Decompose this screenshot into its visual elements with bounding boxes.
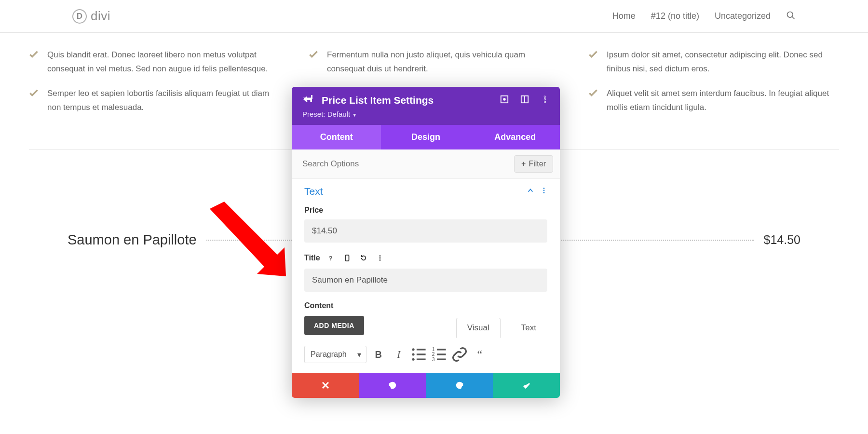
field-price: Price <box>304 206 547 243</box>
feature-col-3: Ipsum dolor sit amet, consectetur adipis… <box>588 48 839 125</box>
modal-body[interactable]: Text Price Title ? Content <box>292 179 560 373</box>
feature-item: Ipsum dolor sit amet, consectetur adipis… <box>588 48 839 76</box>
price-input[interactable] <box>304 219 547 243</box>
feature-item: Aliquet velit sit amet sem interdum fauc… <box>588 87 839 115</box>
svg-point-10 <box>543 188 545 189</box>
filter-label: Filter <box>529 160 546 168</box>
price-label: Price <box>304 206 323 215</box>
feature-text: Quis blandit erat. Donec laoreet libero … <box>47 48 280 76</box>
kebab-icon[interactable] <box>374 252 386 264</box>
snap-icon[interactable] <box>520 95 529 106</box>
italic-button[interactable]: I <box>391 346 407 363</box>
options-search-bar: + Filter <box>292 149 560 179</box>
modal-footer <box>292 373 560 398</box>
svg-point-16 <box>379 259 380 261</box>
check-icon <box>29 50 39 76</box>
plus-icon: + <box>521 160 526 168</box>
title-label: Title <box>304 254 320 262</box>
bullet-list-button[interactable] <box>411 346 427 363</box>
tab-advanced[interactable]: Advanced <box>471 125 560 149</box>
field-content: Content ADD MEDIA Visual Text Paragraph … <box>304 301 547 363</box>
caret-down-icon: ▼ <box>352 112 357 118</box>
section-header-text[interactable]: Text <box>304 186 547 197</box>
svg-point-14 <box>379 255 380 257</box>
price-item-title: Saumon en Papillote <box>68 232 197 248</box>
tab-content[interactable]: Content <box>292 125 381 149</box>
svg-rect-18 <box>417 349 426 350</box>
logo-mark-icon: D <box>72 9 87 24</box>
kebab-icon[interactable] <box>541 95 549 106</box>
title-input[interactable] <box>304 269 547 292</box>
primary-nav: Home #12 (no title) Uncategorized <box>612 11 796 22</box>
feature-item: Semper leo et sapien lobortis facilisis … <box>29 87 280 115</box>
svg-rect-22 <box>417 359 426 360</box>
field-title: Title ? <box>304 252 547 292</box>
modal-title: Price List Item Settings <box>322 95 491 106</box>
editor-tab-text[interactable]: Text <box>510 318 547 338</box>
feature-item: Fermentum nulla non justo aliquet, quis … <box>309 48 559 76</box>
svg-rect-20 <box>417 353 426 355</box>
redo-button[interactable] <box>426 373 493 398</box>
svg-point-19 <box>412 353 414 355</box>
svg-point-4 <box>503 98 505 100</box>
svg-rect-13 <box>345 255 349 261</box>
link-button[interactable] <box>451 346 468 363</box>
modal-header[interactable]: Price List Item Settings Preset: Default… <box>292 87 560 125</box>
brand-name: divi <box>91 9 110 24</box>
svg-rect-25 <box>437 359 446 360</box>
kebab-icon[interactable] <box>541 187 547 196</box>
price-item-price: $14.50 <box>764 233 800 247</box>
feature-item: Quis blandit erat. Donec laoreet libero … <box>29 48 280 76</box>
svg-point-12 <box>543 192 545 193</box>
format-select[interactable]: Paragraph ▾ <box>304 346 366 363</box>
check-icon <box>588 50 598 76</box>
filter-button[interactable]: + Filter <box>514 155 553 173</box>
check-icon <box>309 50 318 76</box>
svg-point-21 <box>412 358 414 361</box>
svg-rect-23 <box>437 349 446 350</box>
numbered-list-button[interactable]: 123 <box>431 346 448 363</box>
site-header: D divi Home #12 (no title) Uncategorized <box>0 0 868 33</box>
reset-icon[interactable] <box>358 252 369 264</box>
svg-point-9 <box>544 101 546 103</box>
chevron-up-icon[interactable] <box>527 187 534 196</box>
quote-button[interactable]: “ <box>472 346 488 363</box>
preset-selector[interactable]: Preset: Default▼ <box>302 110 549 118</box>
search-icon[interactable] <box>786 11 796 22</box>
content-label: Content <box>304 301 333 310</box>
undo-button[interactable] <box>359 373 426 398</box>
nav-link-home[interactable]: Home <box>612 11 636 21</box>
expand-icon[interactable] <box>500 95 509 106</box>
bold-button[interactable]: B <box>370 346 387 363</box>
preset-label: Preset: Default <box>302 110 350 118</box>
feature-text: Aliquet velit sit amet sem interdum fauc… <box>607 87 839 115</box>
svg-text:3: 3 <box>432 357 434 362</box>
editor-tab-visual[interactable]: Visual <box>456 318 501 338</box>
caret-down-icon: ▾ <box>357 350 361 359</box>
help-icon[interactable]: ? <box>325 252 337 264</box>
section-title: Text <box>304 186 323 197</box>
svg-line-1 <box>792 16 795 19</box>
search-input[interactable] <box>298 156 514 172</box>
nav-link-uncategorized[interactable]: Uncategorized <box>715 11 771 21</box>
cancel-button[interactable] <box>292 373 359 398</box>
nav-link-12[interactable]: #12 (no title) <box>651 11 699 21</box>
format-select-value: Paragraph <box>311 350 347 358</box>
svg-point-15 <box>379 258 380 259</box>
svg-point-7 <box>544 96 546 98</box>
svg-rect-24 <box>437 353 446 355</box>
site-logo[interactable]: D divi <box>72 9 110 24</box>
back-button[interactable] <box>302 95 313 106</box>
add-media-button[interactable]: ADD MEDIA <box>304 316 364 335</box>
save-button[interactable] <box>493 373 560 398</box>
svg-point-0 <box>787 12 793 17</box>
responsive-icon[interactable] <box>341 252 353 264</box>
tab-design[interactable]: Design <box>381 125 470 149</box>
svg-point-17 <box>412 348 414 351</box>
check-icon <box>29 89 39 115</box>
check-icon <box>588 89 598 115</box>
feature-col-1: Quis blandit erat. Donec laoreet libero … <box>29 48 280 125</box>
svg-point-11 <box>543 190 545 191</box>
settings-modal: Price List Item Settings Preset: Default… <box>292 87 560 398</box>
modal-tabs: Content Design Advanced <box>292 125 560 149</box>
